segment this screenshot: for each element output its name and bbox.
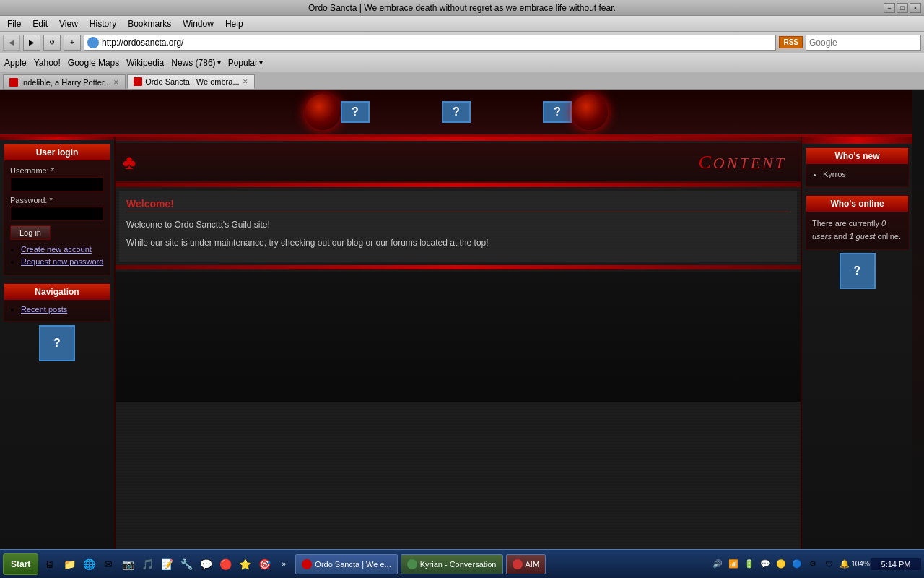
taskbar-icon-6[interactable]: 🎵 <box>139 556 156 573</box>
rss-button[interactable]: RSS <box>779 36 803 48</box>
taskbar-icon-11[interactable]: ⭐ <box>236 556 253 573</box>
maximize-button[interactable]: □ <box>897 3 908 13</box>
new-tab-button[interactable]: + <box>64 35 81 51</box>
request-password-link[interactable]: Request new password <box>21 257 103 266</box>
username-input[interactable] <box>10 177 104 191</box>
welcome-text: Welcome to Ordo Sancta's Guild site! Whi… <box>126 218 790 250</box>
nav-body: Recent posts <box>4 300 110 321</box>
bookmark-news[interactable]: News (786) ▾ <box>171 58 220 68</box>
taskbar-icon-5[interactable]: 📷 <box>119 556 136 573</box>
whos-online-body: There are currently 0 users and 1 guest … <box>806 212 908 249</box>
top-banner: ? ? ? <box>0 90 912 137</box>
systray-icon-9[interactable]: 🔔 <box>837 557 852 571</box>
start-button[interactable]: Start <box>3 553 38 575</box>
whos-new-body: Kyrros <box>806 164 908 186</box>
recent-posts-link[interactable]: Recent posts <box>21 305 67 314</box>
nav-box-title: Navigation <box>4 284 110 300</box>
username-label: Username: * <box>10 166 104 175</box>
sidebar-divider <box>4 279 110 280</box>
menu-edit[interactable]: Edit <box>28 17 52 30</box>
back-button[interactable]: ◀ <box>3 35 20 51</box>
systray-icon-7[interactable]: ⚙ <box>806 557 820 571</box>
menu-window[interactable]: Window <box>178 17 218 30</box>
taskbar-icon-2[interactable]: 📁 <box>61 556 78 573</box>
minimize-button[interactable]: − <box>884 3 895 13</box>
taskbar-icon-1[interactable]: 🖥 <box>41 556 58 573</box>
address-bar[interactable]: http://ordosancta.org/ <box>84 35 776 51</box>
menu-view[interactable]: View <box>55 17 82 30</box>
taskbar-icon-12[interactable]: 🎯 <box>256 556 273 573</box>
window-title: Ordo Sancta | We embrace death without r… <box>308 3 616 13</box>
bookmark-popular[interactable]: Popular ▾ <box>228 58 263 68</box>
address-icon <box>87 37 99 48</box>
left-sidebar: User login Username: * Password: * Log i… <box>0 137 116 549</box>
content-title: CONTENT <box>699 152 787 173</box>
menu-bookmarks[interactable]: Bookmarks <box>123 17 175 30</box>
taskbar-right: 🔊 📶 🔋 💬 🟡 🔵 ⚙ 🛡 🔔 104% 5:14 PM <box>710 557 921 571</box>
taskbar-icon-10[interactable]: 🔴 <box>217 556 234 573</box>
bookmark-google-maps[interactable]: Google Maps <box>68 58 119 68</box>
taskbar-task-icon-2 <box>513 559 523 569</box>
search-input[interactable] <box>806 35 921 51</box>
main-content: ♣ CONTENT Welcome! Welcome to Ordo Sanct… <box>116 137 801 549</box>
taskbar-task-label-1: Kyrian - Conversation <box>420 560 497 569</box>
bookmark-wikipedia-label: Wikipedia <box>126 58 164 68</box>
menu-file[interactable]: File <box>3 17 25 30</box>
systray-icon-2[interactable]: 📶 <box>726 557 741 571</box>
tab-favicon-0 <box>9 78 18 87</box>
taskbar-more[interactable]: » <box>275 556 292 573</box>
banner-orb-left <box>305 94 341 130</box>
taskbar-icon-3[interactable]: 🌐 <box>80 556 97 573</box>
systray-icon-8[interactable]: 🛡 <box>821 557 836 571</box>
taskbar-icon-7[interactable]: 📝 <box>158 556 175 573</box>
nav-bar: ◀ ▶ ↺ + http://ordosancta.org/ RSS <box>0 32 924 53</box>
systray-icon-6[interactable]: 🔵 <box>790 557 804 571</box>
systray-icon-3[interactable]: 🔋 <box>742 557 757 571</box>
tab-0[interactable]: Indelible, a Harry Potter... ✕ <box>3 74 126 89</box>
bookmark-wikipedia[interactable]: Wikipedia <box>126 58 164 68</box>
menu-history[interactable]: History <box>85 17 121 30</box>
login-links: Create new account Request new password <box>10 244 104 267</box>
right-sidebar: Who's new Kyrros Who's online There are … <box>801 137 912 549</box>
login-button[interactable]: Log in <box>10 225 51 240</box>
taskbar-task-1[interactable]: Kyrian - Conversation <box>401 554 503 574</box>
address-text: http://ordosancta.org/ <box>102 38 183 48</box>
banner-nav-item-3[interactable]: ? <box>543 101 572 123</box>
right-sidebar-accent <box>802 140 912 144</box>
banner-nav-item-1[interactable]: ? <box>341 101 370 123</box>
taskbar-icon-8[interactable]: 🔧 <box>178 556 195 573</box>
close-button[interactable]: × <box>910 3 921 13</box>
password-input[interactable] <box>10 207 104 221</box>
online-text: There are currently 0 users and 1 guest … <box>812 219 901 241</box>
systray-battery[interactable]: 104% <box>853 557 868 571</box>
systray-icon-4[interactable]: 💬 <box>758 557 772 571</box>
bookmark-google-maps-label: Google Maps <box>68 58 119 68</box>
create-account-link[interactable]: Create new account <box>21 245 92 254</box>
taskbar-icon-9[interactable]: 💬 <box>197 556 214 573</box>
forward-button[interactable]: ▶ <box>23 35 40 51</box>
login-title: User login <box>4 144 110 160</box>
systray-icon-1[interactable]: 🔊 <box>710 557 725 571</box>
taskbar-clock: 5:14 PM <box>871 558 921 570</box>
bookmark-yahoo-label: Yahoo! <box>34 58 61 68</box>
taskbar-task-0[interactable]: Ordo Sancta | We e... <box>295 554 397 574</box>
title-bar: Ordo Sancta | We embrace death without r… <box>0 0 924 16</box>
taskbar-task-label-0: Ordo Sancta | We e... <box>315 560 391 569</box>
bookmark-yahoo[interactable]: Yahoo! <box>34 58 61 68</box>
systray-icon-5[interactable]: 🟡 <box>774 557 788 571</box>
window-controls[interactable]: − □ × <box>884 3 921 13</box>
right-sidebar-image-placeholder: ? <box>840 253 876 289</box>
tab-close-0[interactable]: ✕ <box>113 79 119 86</box>
taskbar-task-2[interactable]: AIM <box>506 554 546 574</box>
content-red-bar-bottom <box>116 183 801 187</box>
menu-help[interactable]: Help <box>221 17 248 30</box>
welcome-line-2: While our site is under maintenance, try… <box>126 236 790 250</box>
taskbar-icon-4[interactable]: ✉ <box>100 556 117 573</box>
content-header: ♣ CONTENT <box>116 143 801 183</box>
tab-close-1[interactable]: ✕ <box>243 78 248 85</box>
nav-links: Recent posts <box>10 304 104 314</box>
tab-1[interactable]: Ordo Sancta | We embra... ✕ <box>127 74 254 89</box>
banner-nav-item-2[interactable]: ? <box>442 101 471 123</box>
reload-button[interactable]: ↺ <box>43 35 61 51</box>
bookmark-apple[interactable]: Apple <box>4 58 27 68</box>
